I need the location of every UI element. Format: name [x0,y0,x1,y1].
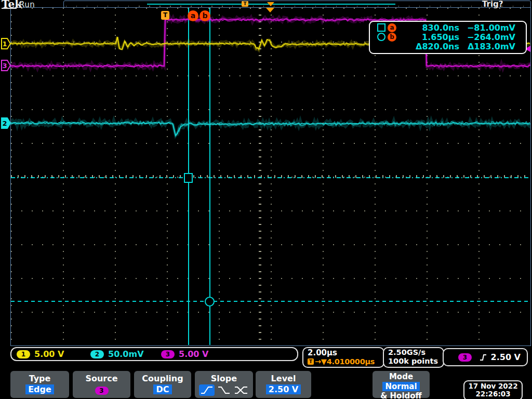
cursor-a-square-icon[interactable] [184,173,193,183]
channel-1-marker-label: 1 [2,40,7,48]
menu-mode-value: Normal [382,382,419,391]
acquisition-status: Run [19,0,35,9]
channel-2-marker[interactable]: 2 [1,117,11,129]
slope-falling-icon[interactable] [216,384,232,396]
channel-1-marker[interactable]: 1 [1,38,11,49]
menu-coupling-button[interactable]: Coupling DC [134,371,191,398]
cursor-a-badge: a [388,23,396,32]
record-view-ticks [66,6,528,7]
tek-logo-underline [2,8,17,9]
cursor-b-circle-icon [377,33,385,41]
cursor-a-time: 830.0ns [403,23,459,33]
cursor-a-square-icon [377,23,385,32]
channel-2-readout[interactable]: 2 50.0mV [90,349,144,359]
trigger-source-badge: 3 [458,353,472,362]
menu-type-value: Edge [25,384,54,394]
trigger-status: Trig? [482,0,503,9]
trigger-delay-value: →▼4.010000µs [315,357,375,366]
cursor-a-horizontal-line[interactable] [11,177,530,178]
menu-slope-label: Slope [195,374,253,383]
timebase-readout[interactable]: 2.00µs T →▼4.010000µs [302,347,384,368]
menu-type-label: Type [10,374,69,383]
menu-source-button[interactable]: Source 3 [73,371,130,398]
trigger-position-t-icon: T [161,11,169,20]
channel-1-readout[interactable]: 1 5.00 V [17,349,64,359]
record-expansion-arrow-icon[interactable] [267,2,274,6]
channel-2-scale: 50.0mV [108,349,144,359]
channel-3-readout[interactable]: 3 5.00 V [161,349,208,359]
cursor-a-voltage: −81.00mV [459,23,524,33]
cursor-b-badge: b [388,33,396,42]
cursor-b-badge[interactable]: b [200,10,210,21]
record-length: 100k points [388,357,443,366]
cursor-delta-time: Δ820.0ns [403,42,459,51]
cursor-a-badge[interactable]: a [188,10,198,21]
cursor-b-time: 1.650µs [403,32,459,42]
channel-scale-bar[interactable]: 1 5.00 V 2 50.0mV 3 5.00 V [10,347,298,361]
time-value: 22:26:03 [464,390,522,398]
channel-3-scale: 5.00 V [179,349,208,359]
menu-source-value: 3 [95,387,109,395]
menu-mode-value2: & Holdoff [373,391,430,399]
menu-slope-button[interactable]: Slope [195,371,253,398]
menu-mode-button[interactable]: Mode Normal & Holdoff [373,371,430,398]
menu-coupling-label: Coupling [134,374,191,383]
date-value: 17 Nov 2022 [464,382,522,390]
trigger-slope-rising-icon [479,353,487,362]
cursor-readout-box: a 830.0ns −81.00mV b 1.650µs −264.0mV Δ8… [369,21,527,54]
channel-3-badge: 3 [161,350,175,358]
cursor-b-circle-icon[interactable] [205,297,215,307]
slope-either-icon[interactable] [233,384,249,396]
trigger-readout[interactable]: 3 2.50 V [443,348,528,366]
cursor-delta-voltage: Δ183.0mV [459,42,524,51]
datetime-box: 17 Nov 2022 22:26:03 [463,380,523,399]
acquisition-readout[interactable]: 2.50GS/s 100k points [383,347,444,368]
trigger-level-value: 2.50 V [491,352,521,362]
cursor-b-horizontal-line[interactable] [11,301,530,302]
cursor-b-vertical-line[interactable] [209,8,210,345]
menu-type-button[interactable]: Type Edge [10,371,69,398]
channel-3-marker[interactable]: 3 [1,60,11,71]
menu-mode-label: Mode [373,372,430,381]
oscilloscope-screen: Tek Run Trig? T T a b 1 3 2 a 830.0ns [0,0,532,399]
channel-2-marker-label: 2 [2,119,7,127]
channel-3-marker-label: 3 [2,62,7,70]
trigger-t-icon: T [308,358,314,365]
menu-level-label: Level [256,374,311,383]
menu-source-label: Source [73,374,130,383]
timebase-scale: 2.00µs [308,348,383,357]
menu-level-button[interactable]: Level 2.50 V [256,371,311,398]
channel-2-badge: 2 [90,350,104,358]
menu-coupling-value: DC [153,384,171,394]
sample-rate: 2.50GS/s [388,348,443,357]
record-view-bar: T [63,1,531,8]
channel-1-scale: 5.00 V [34,349,64,359]
channel-1-badge: 1 [17,350,30,358]
menu-level-value: 2.50 V [266,384,301,394]
record-trigger-t-icon[interactable]: T [242,1,248,7]
slope-rising-icon[interactable] [199,384,215,396]
expansion-point-arrow-icon [266,8,274,12]
cursor-b-voltage: −264.0mV [459,32,524,42]
